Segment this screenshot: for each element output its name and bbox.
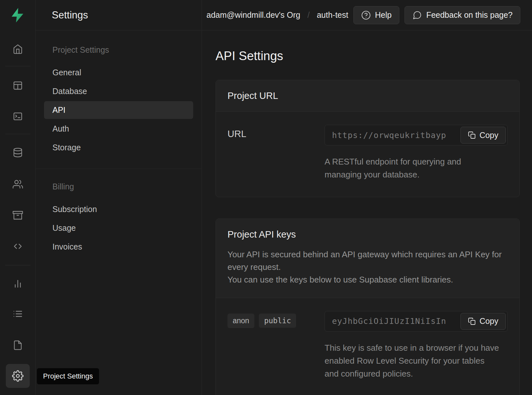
- sidebar-header: Settings: [36, 0, 202, 30]
- breadcrumb-org[interactable]: adam@windmill.dev's Org: [206, 10, 300, 20]
- project-url-input[interactable]: https://orwqeukritbayp Copy: [325, 125, 508, 145]
- anon-badge: anon: [227, 314, 254, 328]
- sidebar-item-usage[interactable]: Usage: [44, 219, 193, 237]
- breadcrumb-project[interactable]: auth-test: [317, 10, 348, 20]
- sql-editor-icon[interactable]: [12, 111, 24, 122]
- storage-archive-icon[interactable]: [12, 209, 24, 221]
- copy-anon-key-button[interactable]: Copy: [460, 313, 506, 330]
- project-url-value: https://orwqeukritbayp: [332, 131, 446, 140]
- topbar-actions: Help Feedback on this page?: [353, 6, 520, 24]
- breadcrumb-separator: /: [307, 10, 310, 20]
- anon-key-field-col: eyJhbGciOiJIUzI1NiIsIn Copy This key is …: [325, 311, 508, 380]
- nav-heading-project-settings: Project Settings: [44, 45, 193, 55]
- project-url-card-header: Project URL: [216, 80, 519, 112]
- anon-key-description: This key is safe to use in a browser if …: [325, 341, 499, 380]
- gear-tooltip: Project Settings: [37, 368, 99, 384]
- project-url-card-body: URL https://orwqeukritbayp Copy A RESTfu…: [216, 112, 519, 197]
- rail-divider: [5, 66, 30, 66]
- copy-anon-key-label: Copy: [480, 316, 498, 326]
- api-keys-intro-line1: Your API is secured behind an API gatewa…: [227, 248, 508, 273]
- sidebar-item-auth[interactable]: Auth: [44, 120, 193, 138]
- help-button-label: Help: [375, 10, 392, 20]
- speech-bubble-icon: [412, 10, 422, 20]
- page-title: API Settings: [216, 49, 520, 63]
- reports-chart-icon[interactable]: [12, 278, 24, 290]
- topbar: adam@windmill.dev's Org / auth-test Help…: [202, 0, 532, 30]
- table-editor-icon[interactable]: [12, 80, 24, 91]
- anon-key-row: anon public eyJhbGciOiJIUzI1NiIsIn Copy …: [227, 311, 508, 380]
- settings-sidebar: Settings Project Settings General Databa…: [36, 0, 202, 395]
- project-url-card: Project URL URL https://orwqeukritbayp C…: [216, 80, 520, 197]
- icon-rail: [0, 0, 36, 395]
- supabase-logo-icon[interactable]: [9, 6, 26, 24]
- sidebar-item-storage[interactable]: Storage: [44, 139, 193, 156]
- url-field-row: URL https://orwqeukritbayp Copy A RESTfu…: [227, 125, 508, 181]
- nav-heading-billing: Billing: [44, 182, 193, 191]
- feedback-button[interactable]: Feedback on this page?: [405, 6, 520, 24]
- docs-file-icon[interactable]: [12, 339, 24, 351]
- home-icon[interactable]: [12, 43, 24, 55]
- help-circle-icon: [361, 10, 371, 20]
- sidebar-section-divider: [36, 169, 202, 169]
- api-keys-card-header: Project API keys Your API is secured beh…: [216, 219, 519, 298]
- url-field-label: URL: [227, 125, 325, 181]
- copy-icon: [468, 317, 476, 325]
- anon-key-input[interactable]: eyJhbGciOiJIUzI1NiIsIn Copy: [325, 311, 508, 332]
- api-keys-card: Project API keys Your API is secured beh…: [216, 219, 520, 395]
- settings-gear-icon[interactable]: [6, 364, 30, 388]
- anon-key-value: eyJhbGciOiJIUzI1NiIsIn: [332, 316, 446, 326]
- rail-divider: [5, 265, 30, 265]
- feedback-button-label: Feedback on this page?: [426, 10, 513, 20]
- copy-url-label: Copy: [480, 131, 498, 140]
- anon-key-badges: anon public: [227, 311, 325, 380]
- help-button[interactable]: Help: [353, 6, 399, 24]
- sidebar-item-general[interactable]: General: [44, 64, 193, 81]
- api-keys-card-title: Project API keys: [227, 229, 508, 240]
- public-badge: public: [259, 314, 296, 328]
- sidebar-item-subscription[interactable]: Subscription: [44, 200, 193, 218]
- rail-divider: [5, 134, 30, 134]
- main-content: API Settings Project URL URL https://orw…: [202, 30, 532, 395]
- api-keys-card-intro: Your API is secured behind an API gatewa…: [227, 248, 508, 286]
- copy-icon: [468, 131, 476, 139]
- auth-users-icon[interactable]: [12, 178, 24, 190]
- url-field-col: https://orwqeukritbayp Copy A RESTful en…: [325, 125, 508, 181]
- edge-functions-code-icon[interactable]: [12, 240, 24, 252]
- logs-list-icon[interactable]: [12, 308, 24, 320]
- sidebar-nav: Project Settings General Database API Au…: [36, 30, 202, 256]
- project-url-card-title: Project URL: [227, 91, 508, 101]
- copy-url-button[interactable]: Copy: [460, 127, 506, 144]
- sidebar-item-api[interactable]: API: [44, 101, 193, 119]
- api-keys-intro-line2: You can use the keys below to use Supaba…: [227, 273, 508, 286]
- sidebar-title: Settings: [52, 9, 88, 21]
- sidebar-item-invoices[interactable]: Invoices: [44, 238, 193, 256]
- api-keys-card-body: anon public eyJhbGciOiJIUzI1NiIsIn Copy …: [216, 298, 519, 395]
- project-url-description: A RESTful endpoint for querying and mana…: [325, 155, 499, 181]
- database-icon[interactable]: [12, 147, 24, 158]
- sidebar-item-database[interactable]: Database: [44, 82, 193, 100]
